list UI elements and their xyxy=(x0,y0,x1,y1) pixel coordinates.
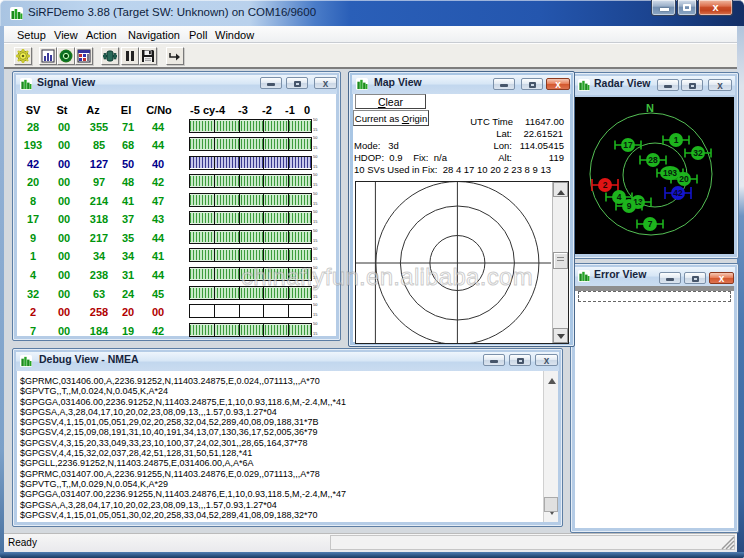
svg-text:2: 2 xyxy=(603,180,608,190)
svg-text:28: 28 xyxy=(648,155,658,165)
svg-text:7: 7 xyxy=(648,219,653,229)
svg-text:42: 42 xyxy=(673,188,683,198)
svg-text:1: 1 xyxy=(674,135,679,145)
svg-text:9: 9 xyxy=(627,201,632,211)
svg-text:4: 4 xyxy=(617,192,622,202)
svg-text:193: 193 xyxy=(663,168,677,178)
svg-text:20: 20 xyxy=(679,174,689,184)
svg-text:32: 32 xyxy=(693,148,703,158)
svg-text:17: 17 xyxy=(623,140,633,150)
svg-text:N: N xyxy=(646,102,654,114)
